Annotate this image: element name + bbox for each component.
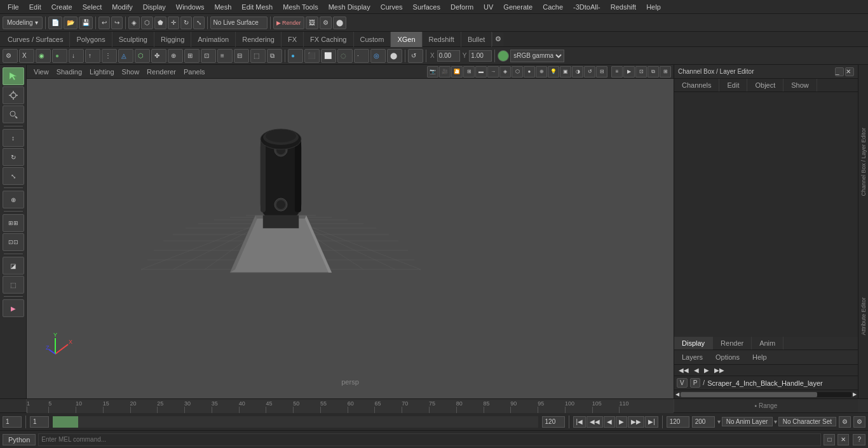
- panel-window-btn[interactable]: □: [824, 434, 835, 445]
- subtab-help[interactable]: Help: [747, 352, 772, 362]
- layer-arrow-next[interactable]: ▶: [702, 366, 711, 374]
- vp-step-icon[interactable]: ⊡: [635, 66, 647, 78]
- open-file-btn[interactable]: 📂: [64, 17, 78, 29]
- vp-sel-icon[interactable]: ◈: [499, 66, 511, 78]
- paint-btn[interactable]: ⬤: [387, 49, 402, 63]
- layer-arrow-fwd[interactable]: ▶▶: [712, 366, 726, 374]
- vp-light-icon[interactable]: 💡: [548, 66, 559, 78]
- scale-btn-side[interactable]: ⤡: [3, 167, 24, 185]
- tool7-btn[interactable]: ⊡: [201, 49, 216, 63]
- rotate-btn-side[interactable]: ↻: [3, 148, 24, 166]
- layer-p-btn[interactable]: P: [690, 378, 701, 388]
- pivot-btn[interactable]: ⊕: [3, 191, 24, 208]
- play-forward-btn[interactable]: ▶: [616, 416, 627, 428]
- vp-menu-lighting[interactable]: Lighting: [86, 67, 118, 76]
- menu-edit-mesh[interactable]: Edit Mesh: [236, 2, 278, 12]
- vp-cam3-icon[interactable]: 🎦: [451, 66, 463, 78]
- menu-uv[interactable]: UV: [478, 2, 498, 12]
- vp-end-icon[interactable]: ⊞: [660, 66, 671, 78]
- tab-curves-surfaces[interactable]: Curves / Surfaces: [1, 32, 70, 47]
- tab-animation[interactable]: Animation: [191, 32, 236, 47]
- panel-x-btn[interactable]: ✕: [837, 434, 849, 445]
- menu-modify[interactable]: Modify: [107, 2, 137, 12]
- coord-y-input[interactable]: [469, 50, 492, 62]
- tab-bullet[interactable]: Bullet: [461, 32, 492, 47]
- transform-btn[interactable]: [3, 86, 24, 104]
- menu-mesh-display[interactable]: Mesh Display: [323, 2, 376, 12]
- vp-wire-icon[interactable]: ⬡: [512, 66, 523, 78]
- menu-create[interactable]: Create: [46, 2, 78, 12]
- tab-redshift[interactable]: Redshift: [423, 32, 461, 47]
- workspace-dropdown[interactable]: Modeling ▾: [3, 17, 43, 29]
- layer-arrow-back[interactable]: ◀◀: [677, 366, 691, 374]
- snap-grid-btn[interactable]: ⊞⊞: [3, 214, 24, 232]
- vp-arrow-icon[interactable]: →: [487, 66, 499, 78]
- vp-book-icon[interactable]: ▬: [475, 66, 487, 78]
- tab-fx[interactable]: FX: [281, 32, 304, 47]
- sphere-btn[interactable]: ●: [288, 49, 303, 63]
- color-profile-select[interactable]: sRGB gamma: [510, 50, 564, 62]
- range-end-input[interactable]: [667, 416, 689, 428]
- topo-btn[interactable]: ◎: [370, 49, 386, 63]
- arrow-up-btn[interactable]: ↑: [85, 49, 100, 63]
- menu-help[interactable]: Help: [641, 2, 666, 12]
- tool9-btn[interactable]: ⊟: [234, 49, 249, 63]
- rotate-tool-btn[interactable]: ↻: [180, 17, 192, 29]
- menu-surfaces[interactable]: Surfaces: [408, 2, 445, 12]
- vp-camera-icon[interactable]: 📷: [427, 66, 438, 78]
- edge-label-channel-box[interactable]: Channel Box / Layer Editor: [860, 125, 867, 199]
- no-live-surface-btn[interactable]: No Live Surface: [210, 17, 268, 29]
- vp-menu-panels[interactable]: Panels: [180, 67, 208, 76]
- ch-tab-show[interactable]: Show: [783, 79, 817, 92]
- settings-icon[interactable]: ⚙: [492, 32, 503, 46]
- menu-3dtall[interactable]: -3DtoAll-: [568, 2, 606, 12]
- ch-tab-object[interactable]: Object: [747, 79, 783, 92]
- vp-menu-shading[interactable]: Shading: [53, 67, 85, 76]
- timeline-ruler[interactable]: 1510152025303540455055606570758085909510…: [27, 399, 674, 413]
- scrubber-area[interactable]: [53, 416, 538, 428]
- menu-cache[interactable]: Cache: [538, 2, 568, 12]
- tool8-btn[interactable]: ≡: [217, 49, 233, 63]
- cube-btn[interactable]: ⬛: [304, 49, 320, 63]
- vp-grid-icon[interactable]: ⊞: [463, 66, 475, 78]
- start-frame-input[interactable]: [30, 416, 49, 428]
- vp-menu-renderer[interactable]: Renderer: [144, 67, 179, 76]
- vp-tex-icon[interactable]: ⊕: [536, 66, 547, 78]
- vp-shadow-icon[interactable]: ▣: [560, 66, 571, 78]
- refresh-btn[interactable]: ↺: [408, 49, 423, 63]
- layer-tab-anim[interactable]: Anim: [752, 337, 783, 350]
- layer-tab-display[interactable]: Display: [674, 337, 713, 350]
- scroll-right-btn[interactable]: ▶: [853, 391, 857, 397]
- tool3-btn[interactable]: ⬡: [135, 49, 150, 63]
- tool4-btn[interactable]: ✤: [151, 49, 166, 63]
- undo-btn[interactable]: ↩: [98, 17, 110, 29]
- render-settings-btn[interactable]: ⚙: [320, 17, 332, 29]
- wire-btn[interactable]: ◌: [337, 49, 353, 63]
- ch-tab-edit[interactable]: Edit: [719, 79, 747, 92]
- smooth-btn[interactable]: ⬜: [321, 49, 336, 63]
- color-swatch[interactable]: [498, 50, 509, 62]
- tool11-btn[interactable]: ⧉: [267, 49, 282, 63]
- vert-btn[interactable]: ·: [354, 49, 369, 63]
- subtab-options[interactable]: Options: [710, 352, 745, 362]
- tab-xgen[interactable]: XGen: [391, 32, 422, 47]
- move-tool-btn[interactable]: ✛: [168, 17, 179, 29]
- vp-frame-icon[interactable]: ⧉: [648, 66, 659, 78]
- edge-label-attribute-editor[interactable]: Attribute Editor: [860, 295, 867, 338]
- render-view-btn[interactable]: 🖼: [306, 17, 318, 29]
- tab-custom[interactable]: Custom: [354, 32, 391, 47]
- layer-v-btn[interactable]: V: [677, 378, 688, 388]
- marquee-btn[interactable]: ⬚: [3, 276, 24, 294]
- vp-menu-view[interactable]: View: [31, 67, 52, 76]
- vp-cam2-icon[interactable]: 🎥: [439, 66, 451, 78]
- render-btn[interactable]: ▶ Render: [273, 17, 304, 29]
- tool2-btn[interactable]: ◬: [118, 49, 133, 63]
- save-file-btn[interactable]: 💾: [79, 17, 93, 29]
- xgen-icon1[interactable]: X: [19, 49, 34, 63]
- vp-ssao-icon[interactable]: ◑: [572, 66, 583, 78]
- step-forward-btn[interactable]: ▶▶: [628, 416, 644, 428]
- menu-mesh[interactable]: Mesh: [209, 2, 236, 12]
- menu-windows[interactable]: Windows: [171, 2, 210, 12]
- vp-play-icon[interactable]: ▶: [623, 66, 635, 78]
- green-sphere-btn[interactable]: ●: [52, 49, 67, 63]
